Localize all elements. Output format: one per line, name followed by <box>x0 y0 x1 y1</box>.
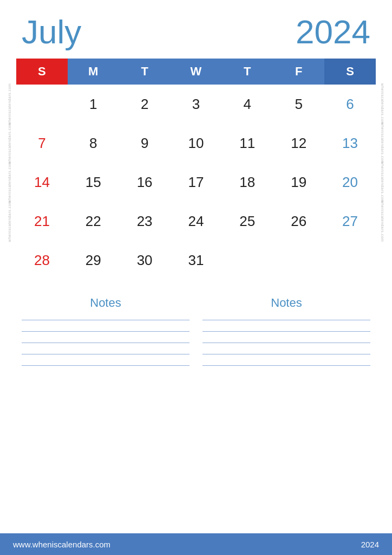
date-cell: 13wheniscalendars.com <box>324 124 376 163</box>
side-text-right: wheniscalendars.com <box>381 83 384 125</box>
col-sunday: S <box>16 59 68 85</box>
date-cell: 11 <box>221 124 273 163</box>
date-cell: 18 <box>221 163 273 202</box>
notes-line <box>202 320 370 320</box>
day-header-row: S M T W T F S <box>16 59 376 85</box>
notes-lines-right <box>202 320 370 366</box>
date-cell: 24 <box>171 202 222 241</box>
notes-line <box>202 354 370 354</box>
col-thursday: T <box>221 59 273 85</box>
date-cell: 9 <box>119 124 171 163</box>
notes-lines-left <box>22 320 190 366</box>
date-cell: 1 <box>68 85 119 124</box>
calendar-week-row: 7wheniscalendars.com8910111213wheniscale… <box>16 124 376 163</box>
col-wednesday: W <box>171 59 222 85</box>
notes-line <box>22 365 190 366</box>
footer: www.wheniscalendars.com 2024 <box>0 533 392 555</box>
side-text-left: wheniscalendars.com <box>8 162 11 203</box>
calendar-body: wheniscalendars.com123456wheniscalendars… <box>16 85 376 280</box>
date-cell: 15 <box>68 163 119 202</box>
date-cell: 14wheniscalendars.com <box>16 163 68 202</box>
calendar-page: July 2024 S M T W T F S wheniscalendars.… <box>0 0 392 555</box>
date-cell: 8 <box>68 124 119 163</box>
date-cell: 27wheniscalendars.com <box>324 202 376 241</box>
notes-line <box>202 365 370 366</box>
date-cell: 16 <box>119 163 171 202</box>
notes-line <box>22 354 190 354</box>
date-cell: wheniscalendars.com <box>16 85 68 124</box>
date-cell: 20wheniscalendars.com <box>324 163 376 202</box>
side-text-right: wheniscalendars.com <box>381 122 384 164</box>
calendar-week-row: 14wheniscalendars.com151617181920whenisc… <box>16 163 376 202</box>
notes-col-right: Notes <box>197 291 376 533</box>
date-cell: 5 <box>273 85 324 124</box>
side-text-left: wheniscalendars.com <box>8 201 11 242</box>
notes-label-left: Notes <box>90 296 121 310</box>
date-cell: 3 <box>171 85 222 124</box>
side-text-right: wheniscalendars.com <box>381 162 384 203</box>
footer-year: 2024 <box>361 540 379 549</box>
year-title: 2024 <box>296 15 370 49</box>
date-cell: 10 <box>171 124 222 163</box>
date-cell: 25 <box>221 202 273 241</box>
notes-label-right: Notes <box>271 296 302 310</box>
calendar-wrapper: S M T W T F S wheniscalendars.com123456w… <box>0 59 392 280</box>
date-cell: 23 <box>119 202 171 241</box>
col-friday: F <box>273 59 324 85</box>
calendar-week-row: 28293031 <box>16 241 376 280</box>
date-cell: 7wheniscalendars.com <box>16 124 68 163</box>
notes-section: Notes Notes <box>0 285 392 533</box>
notes-line <box>202 331 370 332</box>
date-cell <box>273 241 324 280</box>
notes-line <box>22 320 190 320</box>
header: July 2024 <box>0 0 392 59</box>
date-cell: 29 <box>68 241 119 280</box>
col-tuesday: T <box>119 59 171 85</box>
side-text-left: wheniscalendars.com <box>8 83 11 125</box>
date-cell: 28 <box>16 241 68 280</box>
date-cell: 26 <box>273 202 324 241</box>
date-cell <box>324 241 376 280</box>
date-cell: 22 <box>68 202 119 241</box>
month-title: July <box>22 15 81 49</box>
date-cell: 19 <box>273 163 324 202</box>
date-cell: 2 <box>119 85 171 124</box>
date-cell: 4 <box>221 85 273 124</box>
side-text-left: wheniscalendars.com <box>8 122 11 164</box>
notes-line <box>202 343 370 343</box>
notes-col-left: Notes <box>16 291 195 533</box>
date-cell: 30 <box>119 241 171 280</box>
col-saturday: S <box>324 59 376 85</box>
date-cell: 6wheniscalendars.com <box>324 85 376 124</box>
footer-url: www.wheniscalendars.com <box>13 540 110 549</box>
notes-line <box>22 343 190 343</box>
date-cell: 12 <box>273 124 324 163</box>
date-cell <box>221 241 273 280</box>
col-monday: M <box>68 59 119 85</box>
notes-line <box>22 331 190 332</box>
side-text-right: wheniscalendars.com <box>381 201 384 242</box>
date-cell: 31 <box>171 241 222 280</box>
calendar-week-row: wheniscalendars.com123456wheniscalendars… <box>16 85 376 124</box>
calendar-week-row: 21wheniscalendars.com222324252627whenisc… <box>16 202 376 241</box>
date-cell: 17 <box>171 163 222 202</box>
date-cell: 21wheniscalendars.com <box>16 202 68 241</box>
calendar-table: S M T W T F S wheniscalendars.com123456w… <box>16 59 376 280</box>
